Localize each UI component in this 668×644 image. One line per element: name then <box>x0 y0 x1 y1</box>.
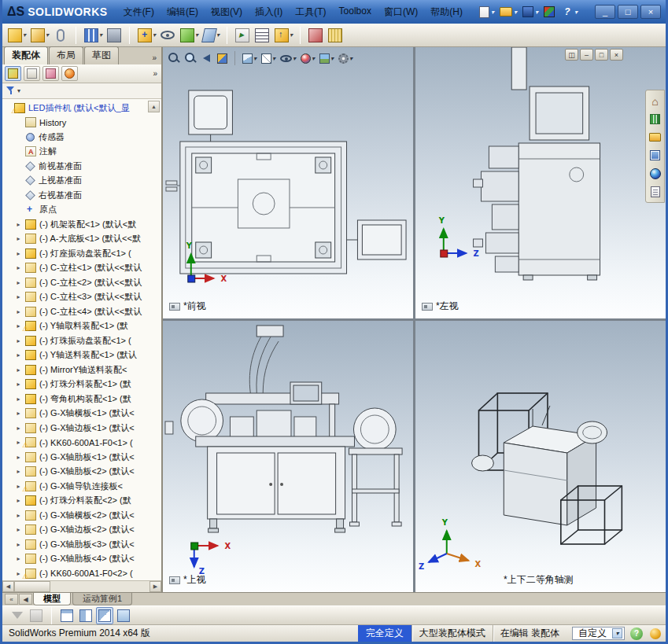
tree-item[interactable]: ▸ ⚠ (-) KK60-600A1-F0<2> ( <box>2 566 161 580</box>
tree-item[interactable]: ▸ (-) 灯珠分料装配<1> (默 <box>2 377 161 392</box>
section-view-icon[interactable] <box>216 52 230 65</box>
tree-expand-icon[interactable]: ▸ <box>15 483 22 490</box>
appearances-icon[interactable] <box>648 166 662 181</box>
tree-item[interactable]: ▸ (-) G-X轴肋板<1> (默认< <box>2 450 161 465</box>
menu-item[interactable]: 帮助(H) <box>424 2 469 22</box>
tree-expand-icon[interactable]: ▸ <box>15 396 22 403</box>
tree-expand-icon[interactable]: ▸ <box>15 308 22 315</box>
tree-expand-icon[interactable]: ▸ <box>15 439 22 446</box>
bill-of-materials-icon[interactable] <box>253 27 271 44</box>
tree-expand-icon[interactable]: ▸ <box>15 250 22 257</box>
tree-item[interactable]: 前视基准面 <box>2 159 161 174</box>
panel-overflow-button[interactable]: » <box>153 69 159 78</box>
tree-item[interactable]: History <box>2 116 161 131</box>
selection-filter-icon[interactable] <box>9 607 26 624</box>
insert-component-icon[interactable]: ▾ <box>29 27 50 44</box>
menu-item[interactable]: 工具(T) <box>289 2 332 22</box>
tree-expand-icon[interactable]: ▸ <box>15 454 22 461</box>
mate-icon[interactable] <box>52 27 70 44</box>
tree-item[interactable]: ▸ (-) C-立柱<2> (默认<<默认 <box>2 275 161 290</box>
tree-item[interactable]: ▸ (-) 机架装配<1> (默认<默 <box>2 217 161 232</box>
tree-expand-icon[interactable]: ▸ <box>15 512 22 519</box>
new-document-icon[interactable]: ▾ <box>477 5 496 20</box>
separator[interactable] <box>223 25 232 46</box>
view-palette-icon[interactable] <box>648 148 662 163</box>
scrollbar-track[interactable] <box>14 581 149 592</box>
exploded-view-icon[interactable]: ▾ <box>273 27 294 44</box>
resources-home-icon[interactable]: ⌂ <box>648 94 662 109</box>
tree-item[interactable]: ▸ (-) A-大底板<1> (默认<<默 <box>2 232 161 247</box>
scroll-right-button[interactable]: ▶ <box>149 581 161 592</box>
separator[interactable] <box>231 50 239 67</box>
file-explorer-icon[interactable] <box>648 130 662 145</box>
tree-expand-icon[interactable]: ▸ <box>15 279 22 286</box>
four-viewport-icon[interactable] <box>96 607 113 624</box>
tree-item[interactable]: ▸ (-) 灯珠振动盘装配<1> ( <box>2 333 161 348</box>
viewport-restore-button[interactable]: □ <box>595 49 608 61</box>
tree-expand-icon[interactable]: ▸ <box>15 526 22 533</box>
viewport-left[interactable]: Y Z *左视 <box>415 47 666 318</box>
tab-sketch[interactable]: 草图 <box>84 46 119 64</box>
tree-expand-icon[interactable]: ▸ <box>15 322 22 329</box>
filter-dropdown-icon[interactable]: ▾ <box>17 87 20 94</box>
tree-expand-icon[interactable]: ▸ <box>15 293 22 300</box>
scroll-left-button[interactable]: ◀ <box>2 581 14 592</box>
configuration-manager-icon[interactable] <box>42 66 59 81</box>
measure-icon[interactable] <box>327 27 345 44</box>
tree-item[interactable]: ▸ (-) G-X轴边板<1> (默认< <box>2 421 161 436</box>
tree-expand-icon[interactable]: ▸ <box>15 221 22 228</box>
tree-item[interactable]: ⚠ LED插件机 (默认<默认_显 <box>2 101 161 116</box>
tree-item[interactable]: ▸ (-) MirrorY轴送料装配< <box>2 362 161 377</box>
custom-properties-icon[interactable] <box>648 184 662 199</box>
menu-item[interactable]: 插入(I) <box>249 2 289 22</box>
tree-expand-icon[interactable]: ▸ <box>15 410 22 417</box>
close-button[interactable]: × <box>640 5 661 19</box>
tab-layout[interactable]: 布局 <box>49 46 83 64</box>
separator[interactable] <box>46 605 57 627</box>
tree-item[interactable]: ▸ (-) G-X轴横板<1> (默认< <box>2 407 161 421</box>
tab-assembly[interactable]: 装配体 <box>4 46 48 64</box>
menu-item[interactable]: Toolbox <box>333 2 378 22</box>
tree-expand-icon[interactable]: ▸ <box>15 468 22 475</box>
solidworks-resources-icon[interactable] <box>541 5 559 19</box>
tree-expand-icon[interactable]: ▸ <box>15 264 22 271</box>
display-style-icon[interactable]: ▾ <box>260 52 277 65</box>
hidden-types-icon[interactable] <box>28 607 45 624</box>
tab-scroll-first-icon[interactable]: « <box>5 594 18 605</box>
tree-item[interactable]: ▸ ⚠ (-) G-X轴导轨连接板< <box>2 479 161 494</box>
property-manager-icon[interactable] <box>24 66 40 81</box>
tree-item[interactable]: ▸ (-) G-X轴肋板<3> (默认< <box>2 537 161 552</box>
zoom-area-icon[interactable] <box>183 51 198 65</box>
tree-expand-icon[interactable]: ▸ <box>15 235 22 242</box>
tree-item[interactable]: ▸ (-) 灯座振动盘装配<1> ( <box>2 246 161 261</box>
viewport-close-button[interactable]: × <box>610 49 623 61</box>
two-viewport-icon[interactable] <box>77 607 94 624</box>
tree-item[interactable]: A 注解 <box>2 145 161 160</box>
tree-item[interactable]: ▸ (-) G-X轴边板<2> (默认< <box>2 523 161 538</box>
tree-item[interactable]: ▸ (-) Y轴送料装配<1> (默认 <box>2 348 161 363</box>
tab-model[interactable]: 模型 <box>33 593 71 605</box>
tree-expand-icon[interactable]: ▸ <box>15 366 22 374</box>
tree-scroll-up-button[interactable]: ▲ <box>148 101 160 112</box>
tree-expand-icon[interactable]: ▸ <box>15 497 22 504</box>
interference-detection-icon[interactable] <box>307 27 325 44</box>
tabs-overflow-button[interactable]: » <box>149 53 160 64</box>
tree-expand-icon[interactable]: ▸ <box>15 555 22 562</box>
tree-item[interactable]: ▸ ⚠ (-) KK60-600A1-F0<1> ( <box>2 436 161 451</box>
tab-motion-study[interactable]: 运动算例1 <box>72 593 132 605</box>
tree-expand-icon[interactable]: ▸ <box>15 541 22 548</box>
tree-expand-icon[interactable]: ▸ <box>15 351 22 359</box>
tree-item[interactable]: + 原点 <box>2 203 161 218</box>
separator[interactable] <box>296 25 305 46</box>
assembly-features-icon[interactable]: ▾ <box>179 27 200 44</box>
tree-item[interactable]: 传感器 <box>2 130 161 145</box>
apply-scene-icon[interactable]: ▾ <box>318 52 335 65</box>
reference-geometry-icon[interactable]: ▾ <box>201 27 221 44</box>
move-component-icon[interactable]: ▾ <box>136 27 157 44</box>
tree-item[interactable]: ▸ (-) 灯珠分料装配<2> (默 <box>2 494 161 509</box>
filter-icon[interactable] <box>6 86 15 95</box>
view-orientation-icon[interactable]: ▾ <box>241 52 258 65</box>
previous-view-icon[interactable] <box>200 51 214 65</box>
view-settings-icon[interactable]: ▾ <box>337 52 354 65</box>
edit-appearance-icon[interactable]: ▾ <box>299 52 316 65</box>
